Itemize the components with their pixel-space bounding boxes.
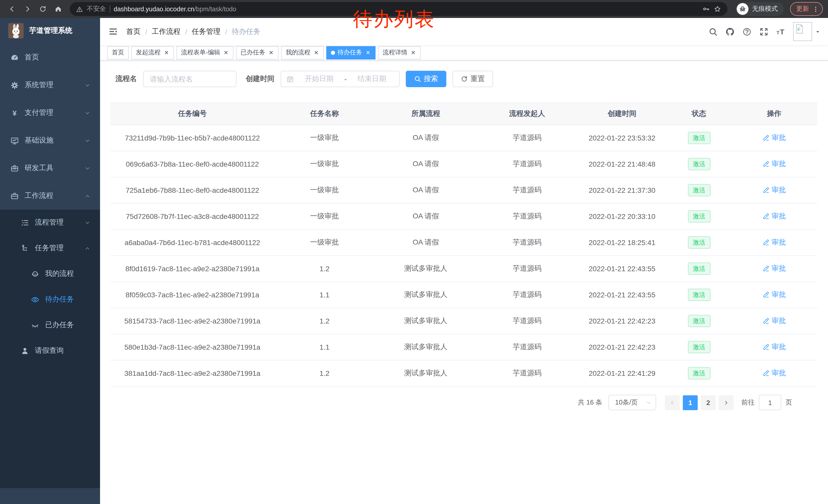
cell-created-time: 2022-01-22 23:53:32 — [577, 125, 667, 151]
approve-link-label: 审批 — [772, 133, 786, 142]
search-button[interactable]: 搜索 — [406, 71, 446, 87]
approve-link[interactable]: 审批 — [762, 185, 786, 194]
github-icon[interactable] — [726, 27, 735, 36]
page-size-select[interactable]: 10条/页 — [609, 395, 656, 410]
edit-pencil-icon — [762, 213, 770, 220]
sidebar-item-label: 支付管理 — [25, 108, 53, 118]
sidebar-item-task-mgmt[interactable]: 任务管理 — [0, 235, 100, 261]
approve-link[interactable]: 审批 — [762, 342, 786, 352]
prev-page-button[interactable] — [665, 395, 680, 410]
sidebar-collapse-button[interactable] — [108, 27, 118, 36]
cell-action: 审批 — [731, 229, 817, 256]
reset-button[interactable]: 重置 — [452, 71, 493, 87]
tab-close-icon[interactable] — [223, 50, 229, 55]
tab-close-icon[interactable] — [268, 50, 274, 55]
tab-label: 发起流程 — [136, 48, 161, 57]
breadcrumb-item[interactable]: 任务管理 — [192, 27, 220, 36]
status-badge: 激活 — [688, 158, 710, 170]
not-secure-warning-icon — [76, 5, 83, 12]
browser-home-button[interactable] — [51, 2, 65, 16]
bookmark-star-icon[interactable] — [714, 5, 721, 13]
sidebar-item-label: 系统管理 — [25, 81, 53, 90]
svg-text:T: T — [777, 30, 780, 35]
approve-link[interactable]: 审批 — [762, 316, 786, 325]
edit-pencil-icon — [762, 291, 770, 298]
approve-link[interactable]: 审批 — [762, 133, 786, 142]
sidebar-item-label: 待办任务 — [45, 295, 74, 304]
browser-menu-icon[interactable] — [812, 5, 819, 12]
tab-my-process[interactable]: 我的流程 — [281, 46, 324, 59]
approve-link[interactable]: 审批 — [762, 264, 786, 273]
sidebar-item-system-mgmt[interactable]: 系统管理 — [0, 71, 100, 99]
process-name-input[interactable] — [143, 71, 237, 87]
sidebar-item-payment-mgmt[interactable]: ¥支付管理 — [0, 99, 100, 127]
tab-process-detail[interactable]: 流程详情 — [378, 46, 421, 59]
tab-close-icon[interactable] — [164, 50, 169, 55]
dashboard-icon — [10, 53, 19, 62]
cell-action: 审批 — [731, 360, 817, 386]
eye-icon — [31, 295, 40, 304]
approve-link[interactable]: 审批 — [762, 238, 786, 247]
goto-page-input[interactable] — [759, 395, 781, 410]
page-button-1[interactable]: 1 — [683, 395, 698, 410]
status-badge: 激活 — [688, 341, 710, 353]
approve-link[interactable]: 审批 — [762, 212, 786, 221]
tab-todo-task[interactable]: 待办任务 — [326, 46, 376, 59]
sidebar-item-done-task[interactable]: 已办任务 — [0, 312, 100, 338]
help-icon[interactable] — [742, 27, 752, 36]
avatar-caret-icon[interactable] — [815, 29, 821, 35]
end-date-placeholder: 结束日期 — [350, 74, 394, 84]
sidebar-item-my-process[interactable]: 我的流程 — [0, 261, 100, 287]
tab-process-form-edit[interactable]: 流程表单-编辑 — [176, 46, 234, 59]
next-page-button[interactable] — [719, 395, 734, 410]
search-icon[interactable] — [708, 27, 718, 36]
date-range-picker[interactable]: 开始日期 - 结束日期 — [281, 71, 400, 87]
edit-pencil-icon — [762, 134, 770, 141]
tab-label: 首页 — [112, 48, 124, 57]
sidebar-item-infrastructure[interactable]: 基础设施 — [0, 127, 100, 154]
browser-back-button[interactable] — [5, 2, 18, 16]
font-size-icon[interactable]: TT — [776, 27, 785, 36]
fullscreen-icon[interactable] — [759, 27, 769, 36]
tab-close-icon[interactable] — [410, 50, 416, 55]
cell-task-name: 一级审批 — [275, 125, 374, 151]
sidebar-item-process-mgmt[interactable]: 流程管理 — [0, 210, 100, 235]
app-logo[interactable]: 芋道管理系统 — [0, 18, 100, 44]
tab-start-process[interactable]: 发起流程 — [131, 46, 174, 59]
sidebar-item-todo-task[interactable]: 待办任务 — [0, 287, 100, 312]
table-row: 73211d9d-7b9b-11ec-b5b7-acde48001122一级审批… — [110, 125, 817, 151]
goto-label: 前往 — [741, 398, 755, 407]
sidebar-item-workflow[interactable]: 工作流程 — [0, 182, 100, 210]
breadcrumb-item[interactable]: 首页 — [126, 27, 140, 36]
table-row: 8f0d1619-7ac8-11ec-a9e2-a2380e71991a1.2测… — [110, 256, 817, 282]
incognito-icon — [739, 5, 746, 13]
chevron-right-icon — [723, 400, 729, 405]
approve-link[interactable]: 审批 — [762, 368, 786, 378]
sidebar-item-home[interactable]: 首页 — [0, 44, 100, 71]
cell-task-name: 一级审批 — [275, 177, 374, 203]
approve-link[interactable]: 审批 — [762, 290, 786, 299]
browser-forward-button[interactable] — [20, 2, 34, 16]
sidebar-item-label: 请假查询 — [35, 346, 64, 355]
cell-action: 审批 — [731, 177, 817, 203]
cell-initiator: 芋道源码 — [477, 256, 577, 282]
approve-link[interactable]: 审批 — [762, 159, 786, 169]
browser-address-bar[interactable]: 不安全 dashboard.yudao.iocoder.cn/bpm/task/… — [70, 2, 728, 16]
page-button-2[interactable]: 2 — [701, 395, 716, 410]
sidebar-item-leave-query[interactable]: 请假查询 — [0, 338, 100, 364]
breadcrumb-item[interactable]: 工作流程 — [152, 27, 180, 36]
edit-pencil-icon — [762, 369, 770, 377]
tab-home[interactable]: 首页 — [107, 46, 129, 59]
start-date-placeholder: 开始日期 — [297, 74, 341, 84]
browser-reload-button[interactable] — [36, 2, 49, 16]
table-row: 8f059c03-7ac8-11ec-a9e2-a2380e71991a1.1测… — [110, 282, 817, 308]
cell-initiator: 芋道源码 — [477, 360, 577, 386]
sidebar-item-dev-tools[interactable]: 研发工具 — [0, 154, 100, 182]
password-key-icon[interactable] — [702, 5, 710, 13]
browser-update-button[interactable]: 更新 — [790, 2, 823, 16]
page-size-value: 10条/页 — [615, 398, 638, 407]
tab-close-icon[interactable] — [314, 50, 319, 55]
tab-done-task[interactable]: 已办任务 — [236, 46, 279, 59]
user-avatar[interactable] — [793, 22, 812, 41]
tab-close-icon[interactable] — [365, 50, 371, 55]
